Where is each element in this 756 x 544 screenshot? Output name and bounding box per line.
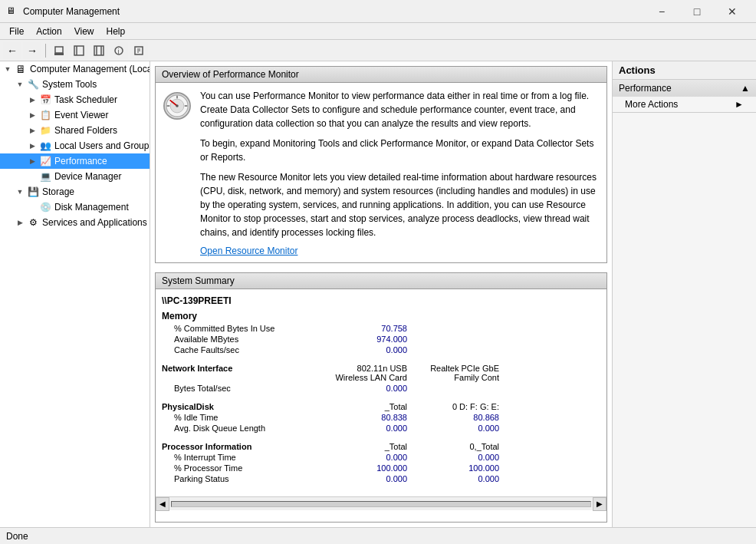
overview-panel-body: You can use Performance Monitor to view … (156, 83, 606, 262)
toolbar-btn-3[interactable] (90, 42, 108, 59)
scroll-track[interactable] (171, 501, 591, 507)
processor-label-1: % Interrupt Time (162, 453, 330, 462)
sidebar: ▼ 🖥 Computer Management (Local ▼ 🔧 Syste… (0, 61, 150, 527)
network-header-row: Network Interface 802.11n USB Wireless L… (162, 363, 600, 383)
actions-header: Actions (613, 61, 756, 80)
network-title: Network Interface (162, 364, 330, 382)
up-button[interactable] (50, 42, 68, 59)
overview-flex: You can use Performance Monitor to view … (162, 89, 600, 256)
sidebar-label-system-tools: System Tools (42, 79, 97, 90)
sidebar-item-local-users[interactable]: ▶ 👥 Local Users and Groups (0, 138, 150, 153)
menu-file[interactable]: File (3, 25, 30, 38)
task-scheduler-icon: 📅 (38, 94, 52, 105)
overview-para1: You can use Performance Monitor to view … (200, 89, 600, 130)
device-manager-icon: 💻 (38, 171, 52, 182)
processor-val2-2: 100.000 (407, 463, 499, 473)
overview-para2: To begin, expand Monitoring Tools and cl… (200, 137, 600, 164)
processor-title: Processor Information (162, 442, 330, 451)
sidebar-item-device-manager[interactable]: 💻 Device Manager (0, 169, 150, 184)
storage-icon: 💾 (26, 186, 40, 197)
overview-icon-container (162, 89, 192, 256)
processor-val1-1: 0.000 (330, 453, 407, 462)
properties-button[interactable]: i (110, 42, 128, 59)
toolbar-separator (45, 44, 46, 58)
sidebar-item-event-viewer[interactable]: ▶ 📋 Event Viewer (0, 107, 150, 123)
processor-row-2: % Processor Time 100.000 100.000 (162, 463, 600, 473)
back-button[interactable]: ← (3, 42, 21, 59)
menu-action[interactable]: Action (30, 25, 67, 38)
expand-root-icon: ▼ (2, 65, 14, 73)
svg-rect-0 (55, 47, 63, 53)
sidebar-item-root[interactable]: ▼ 🖥 Computer Management (Local (0, 61, 150, 77)
expand-services-icon: ▶ (14, 219, 26, 226)
computer-icon: 🖥 (14, 63, 28, 75)
svg-rect-4 (94, 46, 104, 55)
network-label-1: Bytes Total/sec (162, 384, 330, 393)
memory-title: Memory (162, 311, 600, 321)
status-text: Done (6, 531, 28, 542)
memory-row-2: Available MBytes 974.000 (162, 334, 600, 345)
main-container: ▼ 🖥 Computer Management (Local ▼ 🔧 Syste… (0, 61, 756, 527)
processor-val1-2: 100.000 (330, 463, 407, 473)
menu-bar: File Action View Help (0, 23, 756, 40)
memory-val1-3: 0.000 (330, 345, 407, 354)
sidebar-label-task-scheduler: Task Scheduler (54, 94, 117, 105)
maximize-button[interactable]: □ (679, 0, 715, 23)
window-title: Computer Management (23, 6, 644, 17)
system-summary-header: System Summary (156, 273, 606, 289)
open-resource-monitor-link[interactable]: Open Resource Monitor (200, 246, 297, 256)
window-controls: − □ ✕ (644, 0, 750, 23)
sidebar-label-storage: Storage (42, 186, 74, 197)
disk-col2: 0 D: F: G: E: (407, 402, 499, 411)
network-col2: Realtek PCIe GbE Family Cont (407, 364, 499, 382)
status-bar: Done (0, 527, 756, 544)
scroll-right-button[interactable]: ▶ (593, 497, 606, 511)
svg-rect-2 (74, 46, 84, 55)
scroll-left-button[interactable]: ◀ (156, 497, 169, 511)
menu-view[interactable]: View (68, 25, 100, 38)
expand-users-icon: ▶ (26, 142, 38, 150)
forward-button[interactable]: → (23, 42, 41, 59)
menu-help[interactable]: Help (100, 25, 132, 38)
overview-panel: Overview of Performance Monitor (155, 66, 607, 263)
sidebar-item-system-tools[interactable]: ▼ 🔧 System Tools (0, 77, 150, 92)
horizontal-scrollbar[interactable]: ◀ ▶ (156, 496, 606, 510)
summary-scroll-container[interactable]: \\PC-139PREETI Memory % Committed Bytes … (156, 289, 606, 496)
content-area: Overview of Performance Monitor (150, 61, 612, 527)
memory-label-2: Available MBytes (162, 335, 330, 344)
actions-section-title-performance[interactable]: Performance ▲ (613, 80, 756, 97)
sidebar-item-services-apps[interactable]: ▶ ⚙ Services and Applications (0, 215, 150, 230)
disk-row-2: Avg. Disk Queue Length 0.000 0.000 (162, 423, 600, 434)
shared-folders-icon: 📁 (38, 125, 52, 136)
help-button[interactable] (130, 42, 148, 59)
disk-label-2: Avg. Disk Queue Length (162, 424, 330, 433)
processor-row-3: Parking Status 0.000 0.000 (162, 473, 600, 484)
sidebar-item-task-scheduler[interactable]: ▶ 📅 Task Scheduler (0, 92, 150, 107)
close-button[interactable]: ✕ (715, 0, 750, 23)
disk-management-icon: 💿 (38, 202, 52, 213)
sidebar-item-storage[interactable]: ▼ 💾 Storage (0, 184, 150, 199)
action-item-more-actions[interactable]: More Actions ► (613, 97, 756, 112)
expand-shared-icon: ▶ (26, 127, 38, 134)
processor-val2-3: 0.000 (407, 474, 499, 483)
disk-label-1: % Idle Time (162, 413, 330, 422)
show-hide-button[interactable] (70, 42, 88, 59)
processor-val1-3: 0.000 (330, 474, 407, 483)
expand-disk-icon (26, 203, 38, 211)
sidebar-label-disk-management: Disk Management (54, 202, 129, 213)
sidebar-item-shared-folders[interactable]: ▶ 📁 Shared Folders (0, 123, 150, 138)
sidebar-label-services-apps: Services and Applications (42, 217, 147, 228)
sidebar-label-local-users: Local Users and Groups (54, 140, 150, 151)
overview-para3: The new Resource Monitor lets you view d… (200, 170, 600, 239)
sidebar-item-performance[interactable]: ▶ 📈 Performance (0, 153, 150, 169)
local-users-icon: 👥 (38, 140, 52, 151)
sidebar-item-disk-management[interactable]: 💿 Disk Management (0, 199, 150, 215)
memory-label-3: Cache Faults/sec (162, 345, 330, 354)
sidebar-label-event-viewer: Event Viewer (54, 110, 108, 120)
disk-header-row: PhysicalDisk _Total 0 D: F: G: E: (162, 401, 600, 412)
action-item-label-more-actions: More Actions (625, 99, 678, 110)
disk-val2-1: 80.868 (407, 413, 499, 422)
actions-panel: Actions Performance ▲ More Actions ► (612, 61, 756, 527)
minimize-button[interactable]: − (644, 0, 679, 23)
network-val1-1: 0.000 (330, 384, 407, 393)
